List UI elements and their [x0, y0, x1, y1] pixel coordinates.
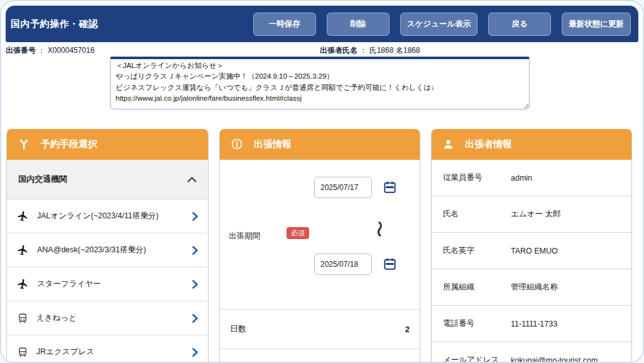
days-value: 2 [405, 325, 410, 334]
calendar-icon[interactable] [382, 180, 397, 195]
date-from-input[interactable] [314, 177, 372, 198]
booking-item-ekinet[interactable]: えきねっと [7, 301, 208, 335]
traveler-name-label: 出張者氏名 [320, 46, 357, 55]
meta-row: 出張番号 ： X0000457016 出張者氏名 ： 氏1868 名1868 [1, 44, 643, 58]
row-value: 管理組織名称 [511, 282, 558, 293]
chevron-right-icon [192, 280, 198, 289]
chevron-up-icon [187, 177, 197, 182]
booking-method-panel: 予約手段選択 国内交通機関 JALオンライン(~2023/4/11搭乗分) AN… [6, 129, 209, 363]
chevron-right-icon [192, 212, 198, 221]
row-value: kokunai@mo-tourist.com [511, 356, 598, 363]
traveler-name-separator: ： [359, 46, 367, 55]
top-bar: 国内予約操作・確認 一時保存 削除 スケジュール表示 戻る 最新状態に更新 [6, 6, 638, 42]
trip-info-header: 出張情報 [219, 129, 420, 160]
temp-save-button[interactable]: 一時保存 [253, 13, 316, 36]
chevron-right-icon [192, 314, 198, 323]
traveler-row-name-roman: 氏名英字 TARO EMUO [432, 233, 631, 269]
booking-item-label: スターフライヤー [37, 279, 101, 289]
row-value: 11-1111-1733 [511, 320, 557, 328]
booking-item-starflyer[interactable]: スターフライヤー [7, 267, 208, 301]
plane-icon [16, 209, 30, 223]
row-value: admin [511, 174, 532, 182]
row-label: 従業員番号 [443, 172, 511, 183]
row-label: 氏名 [443, 209, 511, 220]
booking-item-label: ANA@desk(~2023/3/31搭乗分) [37, 245, 146, 255]
traveler-info-panel: 出張者情報 従業員番号 admin 氏名 エムオー 太郎 氏名英字 TARO E… [431, 129, 632, 363]
app-window: 国内予約操作・確認 一時保存 削除 スケジュール表示 戻る 最新状態に更新 出張… [0, 0, 644, 363]
booking-method-header: 予約手段選択 [6, 129, 209, 160]
trip-period-section: 出張期間 必須 〜 [220, 160, 420, 310]
row-label: メールアドレス [443, 355, 511, 363]
plane-icon [16, 243, 30, 257]
traveler-row-organization: 所属組織 管理組織名称 [432, 269, 631, 306]
date-range-tilde: 〜 [368, 218, 390, 240]
traveler-name: 出張者氏名 ： 氏1868 名1868 [320, 45, 420, 56]
trip-period-label: 出張期間 [229, 231, 260, 242]
row-value: TARO EMUO [511, 247, 558, 255]
top-bar-actions: 一時保存 削除 スケジュール表示 戻る 最新状態に更新 [253, 13, 631, 36]
date-to-input[interactable] [314, 254, 372, 275]
row-label: 氏名英字 [443, 245, 511, 256]
route-branch-icon [18, 138, 30, 150]
traveler-info-header: 出張者情報 [431, 129, 632, 160]
train-icon [17, 313, 28, 324]
required-badge: 必須 [287, 227, 309, 239]
chevron-right-icon [192, 348, 198, 357]
days-label: 日数 [230, 323, 246, 335]
group-domestic-transport[interactable]: 国内交通機関 [7, 160, 208, 199]
trip-number-label: 出張番号 [6, 46, 36, 55]
booking-item-jr-express[interactable]: JRエクスプレス [7, 335, 208, 363]
trip-info-title: 出張情報 [254, 138, 292, 150]
booking-item-label: えきねっと [36, 313, 77, 323]
trip-number-separator: ： [38, 46, 45, 55]
trip-info-panel: 出張情報 出張期間 必須 〜 日数 2 [219, 129, 420, 363]
booking-item-jal-online[interactable]: JALオンライン(~2023/4/11搭乗分) [7, 199, 208, 233]
booking-item-ana-desk[interactable]: ANA@desk(~2023/3/31搭乗分) [7, 233, 208, 267]
trip-number-value: X0000457016 [48, 46, 95, 55]
traveler-row-name: 氏名 エムオー 太郎 [432, 196, 631, 233]
traveler-row-email: メールアドレス kokunai@mo-tourist.com [432, 342, 631, 363]
booking-item-label: JALオンライン(~2023/4/11搭乗分) [37, 211, 158, 221]
traveler-info-title: 出張者情報 [465, 138, 512, 150]
page-title: 国内予約操作・確認 [11, 18, 99, 30]
back-button[interactable]: 戻る [488, 13, 551, 36]
row-value: エムオー 太郎 [511, 209, 560, 220]
traveler-row-employee-id: 従業員番号 admin [432, 160, 631, 196]
schedule-view-button[interactable]: スケジュール表示 [400, 13, 478, 36]
group-label: 国内交通機関 [18, 174, 67, 185]
traveler-name-value: 氏1868 名1868 [369, 46, 420, 55]
trip-number: 出張番号 ： X0000457016 [6, 45, 94, 56]
plane-icon [16, 277, 30, 291]
person-icon [442, 138, 454, 150]
delete-button[interactable]: 削除 [327, 13, 390, 36]
chevron-right-icon [192, 246, 198, 255]
train-icon [17, 347, 28, 358]
row-label: 所属組織 [443, 282, 511, 293]
days-row: 日数 2 [220, 310, 420, 349]
booking-item-label: JRエクスプレス [36, 347, 94, 357]
announcement-textarea[interactable]: ＜JALオンラインからお知らせ＞ やっぱりクラスＪキャンペーン実施中！（2024… [110, 57, 530, 109]
calendar-icon[interactable] [382, 257, 397, 272]
refresh-status-button[interactable]: 最新状態に更新 [562, 13, 631, 36]
info-circle-icon [231, 138, 243, 150]
row-label: 電話番号 [443, 318, 511, 329]
booking-method-title: 予約手段選択 [41, 138, 97, 150]
traveler-row-phone: 電話番号 11-1111-1733 [432, 306, 631, 342]
